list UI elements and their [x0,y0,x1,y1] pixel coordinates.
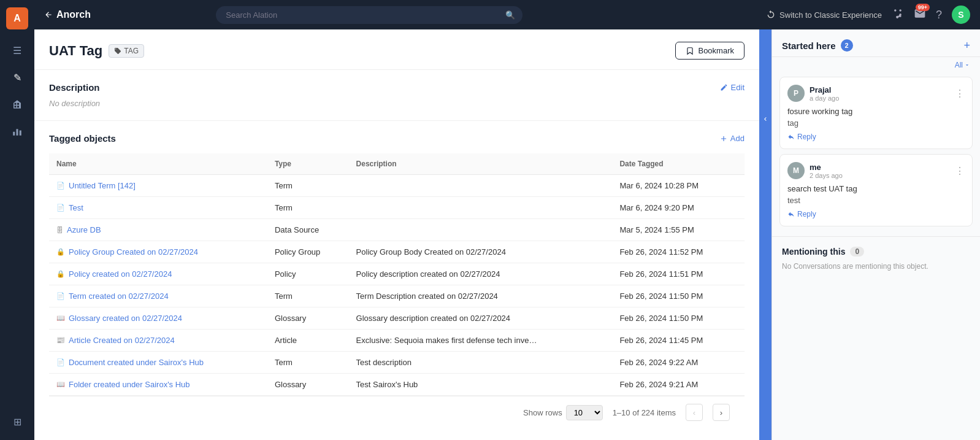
no-mention-text: No Conversations are mentioning this obj… [782,262,928,271]
pagination: Show rows 10 25 50 100 1–10 of 224 items… [49,396,745,428]
conv-menu-button[interactable]: ⋮ [955,165,965,177]
conv-avatar: P [787,85,805,102]
row-date: Mar 6, 2024 9:20 PM [612,197,745,219]
sidebar-building-icon[interactable] [6,93,28,115]
logo-letter: A [13,13,21,24]
conv-menu-button[interactable]: ⋮ [955,88,965,99]
row-description [349,175,613,197]
conv-user: M me 2 days ago [787,162,843,179]
conv-user: P Prajal a day ago [787,85,839,102]
row-type-icon: 🔒 [56,270,65,278]
table-row: 📄 Untitled Term [142] Term Mar 6, 2024 1… [49,175,745,197]
next-page-button[interactable]: › [713,404,730,421]
started-here-label: Started here [782,41,836,51]
table-row: 📰 Article Created on 02/27/2024 Article … [49,330,745,352]
row-type-icon: 🔒 [56,248,65,256]
row-name-link[interactable]: 📖 Folder created under Sairox's Hub [56,380,260,389]
row-name-link[interactable]: 📖 Glossary created on 02/27/2024 [56,314,260,323]
row-description: Exclusive: Sequoia makes first defense t… [349,330,613,352]
row-date: Feb 26, 2024 9:22 AM [612,352,745,374]
reply-button[interactable]: Reply [787,133,965,141]
conv-time: a day ago [810,95,839,102]
app-logo[interactable]: A [6,7,28,29]
add-conversation-button[interactable]: + [963,40,970,51]
reply-button[interactable]: Reply [787,210,965,218]
add-label: Add [730,134,745,143]
page-info: 1–10 of 224 items [613,408,676,417]
row-type: Term [267,175,349,197]
tagged-objects-section: Tagged objects Add Name Type Description… [34,121,759,440]
row-name-link[interactable]: 📰 Article Created on 02/27/2024 [56,336,260,345]
search-input[interactable] [216,6,523,24]
edit-button[interactable]: Edit [720,83,745,92]
page-main: UAT Tag TAG Bookmark Description [34,29,759,440]
add-button[interactable]: Add [719,134,745,143]
row-date: Mar 5, 2024 1:55 PM [612,219,745,241]
row-date: Feb 26, 2024 9:21 AM [612,374,745,396]
conversations-header: Started here 2 + [772,29,980,57]
sidebar-grid-icon[interactable]: ⊞ [6,411,28,433]
sidebar-menu-icon[interactable]: ☰ [6,39,28,61]
row-type: Term [267,197,349,219]
all-conversations-link[interactable]: All [955,61,970,69]
row-date: Feb 26, 2024 11:50 PM [612,307,745,330]
row-type: Data Source [267,219,349,241]
table-header-row: Name Type Description Date Tagged [49,153,745,175]
row-name-link[interactable]: 📄 Document created under Sairox's Hub [56,358,260,367]
conv-header: M me 2 days ago ⋮ [787,162,965,179]
col-name: Name [49,153,267,175]
row-type: Glossary [267,374,349,396]
row-description [349,197,613,219]
connections-icon[interactable] [892,7,904,23]
right-panel: Started here 2 + All P Prajal a day ago [771,29,980,440]
conv-body: fosure working tag [787,107,965,116]
row-date: Feb 26, 2024 11:50 PM [612,285,745,307]
row-type: Policy Group [267,241,349,263]
conv-avatar: M [787,162,805,179]
row-name-link[interactable]: 📄 Test [56,203,260,212]
page-header: UAT Tag TAG Bookmark [34,29,759,70]
rows-select: Show rows 10 25 50 100 [523,405,603,420]
row-description: Term Description created on 02/27/2024 [349,285,613,307]
row-date: Feb 26, 2024 11:51 PM [612,263,745,285]
switch-classic-button[interactable]: Switch to Classic Experience [766,10,882,20]
mentioning-title: Mentioning this 0 [782,247,970,257]
row-type: Term [267,285,349,307]
row-description: Test Sairox's Hub [349,374,613,396]
conversation-cards: P Prajal a day ago ⋮ fosure working tag … [772,72,980,231]
conv-name: me [810,163,843,172]
row-name-link[interactable]: 📄 Untitled Term [142] [56,181,260,190]
conv-time: 2 days ago [810,172,843,179]
row-name-link[interactable]: 🔒 Policy created on 02/27/2024 [56,269,260,279]
notifications-icon[interactable]: 99+ [914,7,926,23]
row-type-icon: 📄 [56,292,65,300]
mentioning-section: Mentioning this 0 No Conversations are m… [772,236,980,280]
row-date: Feb 26, 2024 11:45 PM [612,330,745,352]
sidebar-chart-icon[interactable] [6,120,28,142]
panel-toggle[interactable] [759,29,771,440]
row-name-link[interactable]: 🔒 Policy Group Created on 02/27/2024 [56,247,260,257]
started-here-title: Started here 2 [782,39,853,52]
page-tag-badge: TAG [109,44,144,58]
help-icon[interactable]: ? [936,9,942,21]
prev-page-button[interactable]: ‹ [686,404,703,421]
conv-tag: tag [787,118,965,128]
row-type-icon: 📄 [56,182,65,190]
row-name-link[interactable]: 📄 Term created on 02/27/2024 [56,291,260,301]
user-avatar[interactable]: S [952,6,970,24]
description-section: Description Edit No description [34,70,759,121]
switch-classic-label: Switch to Classic Experience [779,10,882,20]
conv-name: Prajal [810,85,839,95]
search-bar: 🔍 [216,6,523,24]
topnav-app-name: Anorch [56,9,91,20]
col-description: Description [349,153,613,175]
sidebar-edit-icon[interactable]: ✎ [6,66,28,88]
row-name-link[interactable]: 🗄 Azure DB [56,225,260,234]
show-rows-label: Show rows [523,408,562,417]
rows-per-page-select[interactable]: 10 25 50 100 [566,405,603,420]
no-description-text: No description [49,99,100,108]
row-date: Feb 26, 2024 11:52 PM [612,241,745,263]
description-header: Description Edit [49,82,745,93]
bookmark-button[interactable]: Bookmark [675,42,745,60]
row-date: Mar 6, 2024 10:28 PM [612,175,745,197]
